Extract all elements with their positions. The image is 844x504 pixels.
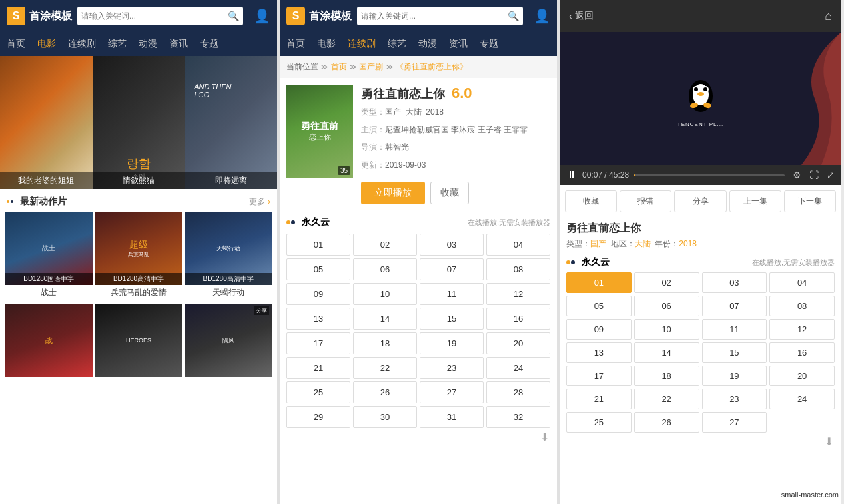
mid-nav-anime[interactable]: 动漫 [418, 38, 437, 50]
ep-11[interactable]: 11 [420, 283, 484, 305]
ep-14[interactable]: 14 [353, 308, 417, 330]
bc-category[interactable]: 国产剧 [359, 62, 383, 71]
right-ep-27[interactable]: 27 [702, 412, 767, 433]
movie-card-3[interactable]: 天蝎行动 BD1280高清中字 天蝎行动 [185, 212, 272, 298]
right-ep-12[interactable]: 12 [769, 319, 835, 340]
ep-22[interactable]: 22 [353, 357, 417, 379]
right-ep-07[interactable]: 07 [702, 296, 767, 316]
left-nav-news[interactable]: 资讯 [169, 38, 188, 50]
right-ep-01[interactable]: 01 [566, 272, 632, 293]
right-ep-20[interactable]: 20 [769, 366, 835, 386]
right-ep-19[interactable]: 19 [702, 366, 767, 386]
ep-07[interactable]: 07 [420, 258, 484, 280]
right-next-btn[interactable]: 下一集 [784, 190, 836, 212]
ep-23[interactable]: 23 [420, 357, 484, 379]
left-nav-variety[interactable]: 综艺 [108, 38, 127, 50]
ep-01[interactable]: 01 [286, 234, 350, 256]
right-ep-05[interactable]: 05 [566, 296, 632, 316]
mid-search-icon[interactable]: 🔍 [508, 11, 519, 21]
ep-32[interactable]: 32 [486, 406, 550, 428]
banner-2[interactable]: 랑함 소이 情欲熊猫 [93, 56, 185, 189]
ep-05[interactable]: 05 [286, 258, 350, 280]
settings-icon[interactable]: ⚙ [793, 170, 801, 180]
ep-31[interactable]: 31 [420, 406, 484, 428]
ep-27[interactable]: 27 [420, 381, 484, 403]
movie-card-6[interactable]: 分享 隔风 [185, 304, 272, 379]
left-nav-home[interactable]: 首页 [7, 38, 25, 50]
movie-card-1[interactable]: 战士 BD1280国语中字 战士 [5, 212, 93, 298]
ep-28[interactable]: 28 [486, 381, 550, 403]
mid-logo[interactable]: S 首涂模板 [286, 7, 352, 25]
right-ep-03[interactable]: 03 [702, 272, 767, 293]
banner-1[interactable]: 我的老婆的姐姐 [0, 56, 93, 189]
left-nav-movie[interactable]: 电影 [37, 38, 56, 50]
right-scroll-icon[interactable]: ⬇ [566, 433, 835, 451]
mid-search-input[interactable] [361, 11, 505, 21]
collect-button[interactable]: 收藏 [430, 182, 469, 204]
left-nav-topic[interactable]: 专题 [200, 38, 218, 50]
ep-15[interactable]: 15 [420, 308, 484, 330]
mid-nav-series[interactable]: 连续剧 [348, 38, 376, 50]
mid-user-icon[interactable]: 👤 [534, 8, 550, 24]
play-button[interactable]: 立即播放 [361, 182, 425, 204]
ep-10[interactable]: 10 [353, 283, 417, 305]
right-ep-17[interactable]: 17 [566, 366, 632, 386]
right-ep-06[interactable]: 06 [634, 296, 699, 316]
mid-nav-movie[interactable]: 电影 [317, 38, 336, 50]
right-prev-btn[interactable]: 上一集 [729, 190, 781, 212]
ep-13[interactable]: 13 [286, 308, 350, 330]
movie-card-2[interactable]: 超级 兵荒马乱 BD1280高清中字 兵荒马乱的爱情 [95, 212, 183, 298]
more-link[interactable]: 更多 [249, 196, 265, 208]
ep-20[interactable]: 20 [486, 332, 550, 354]
mid-nav-home[interactable]: 首页 [286, 38, 305, 50]
right-error-btn[interactable]: 报错 [620, 190, 671, 212]
mid-nav-variety[interactable]: 综艺 [388, 38, 406, 50]
right-ep-08[interactable]: 08 [769, 296, 835, 316]
ep-25[interactable]: 25 [286, 381, 350, 403]
back-button[interactable]: ‹ 返回 [569, 10, 594, 22]
ep-29[interactable]: 29 [286, 406, 350, 428]
right-ep-23[interactable]: 23 [702, 389, 767, 409]
left-nav-anime[interactable]: 动漫 [139, 38, 157, 50]
ep-12[interactable]: 12 [486, 283, 550, 305]
right-ep-11[interactable]: 11 [702, 319, 767, 340]
ep-06[interactable]: 06 [353, 258, 417, 280]
right-ep-15[interactable]: 15 [702, 342, 767, 363]
ep-02[interactable]: 02 [353, 234, 417, 256]
mid-nav-topic[interactable]: 专题 [480, 38, 498, 50]
right-ep-21[interactable]: 21 [566, 389, 632, 409]
ep-16[interactable]: 16 [486, 308, 550, 330]
mid-search-box[interactable]: 🔍 [357, 7, 523, 25]
resize-icon[interactable]: ⛶ [809, 170, 819, 180]
ep-18[interactable]: 18 [353, 332, 417, 354]
left-search-input[interactable] [81, 11, 225, 21]
ep-03[interactable]: 03 [420, 234, 484, 256]
right-ep-24[interactable]: 24 [769, 389, 835, 409]
left-search-icon[interactable]: 🔍 [228, 11, 239, 21]
ep-04[interactable]: 04 [486, 234, 550, 256]
right-ep-14[interactable]: 14 [634, 342, 699, 363]
ep-30[interactable]: 30 [353, 406, 417, 428]
banner-3[interactable]: AND THENI GO 即将远离 [185, 56, 277, 189]
right-ep-02[interactable]: 02 [634, 272, 699, 293]
right-home-icon[interactable]: ⌂ [825, 9, 832, 23]
right-ep-22[interactable]: 22 [634, 389, 699, 409]
pause-button[interactable]: ⏸ [566, 169, 577, 181]
bc-home[interactable]: 首页 [331, 62, 347, 71]
ep-09[interactable]: 09 [286, 283, 350, 305]
movie-card-4[interactable]: 战 [5, 304, 93, 379]
left-logo[interactable]: S 首涂模板 [7, 7, 72, 25]
progress-bar[interactable] [634, 174, 785, 176]
right-ep-13[interactable]: 13 [566, 342, 632, 363]
right-ep-04[interactable]: 04 [769, 272, 835, 293]
movie-card-5[interactable]: HEROES [95, 304, 183, 379]
ep-17[interactable]: 17 [286, 332, 350, 354]
left-user-icon[interactable]: 👤 [254, 8, 270, 24]
right-ep-18[interactable]: 18 [634, 366, 699, 386]
right-ep-16[interactable]: 16 [769, 342, 835, 363]
left-nav-series[interactable]: 连续剧 [68, 38, 96, 50]
ep-19[interactable]: 19 [420, 332, 484, 354]
right-ep-25[interactable]: 25 [566, 412, 632, 433]
right-ep-26[interactable]: 26 [634, 412, 699, 433]
right-share-btn[interactable]: 分享 [674, 190, 726, 212]
